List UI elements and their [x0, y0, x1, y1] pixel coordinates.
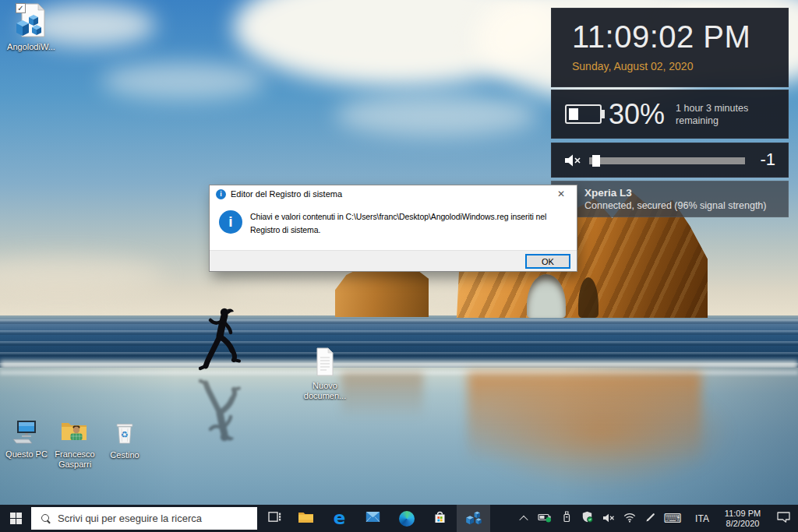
edge-legacy-icon: e — [334, 509, 346, 527]
search-icon — [41, 514, 51, 523]
speaker-muted-icon[interactable] — [564, 153, 581, 171]
volume-value: -1 — [760, 150, 775, 170]
tray-pen[interactable] — [640, 505, 661, 532]
wallpaper-cloud — [335, 93, 538, 136]
clock-date[interactable]: Sunday, August 02, 2020 — [572, 60, 788, 72]
dialog-message: Chiavi e valori contenuti in C:\Users\fr… — [250, 210, 567, 237]
edge-legacy-button[interactable]: e — [323, 505, 356, 532]
info-icon: i — [219, 210, 242, 234]
store-button[interactable] — [423, 505, 457, 532]
tray-usb[interactable] — [556, 505, 577, 532]
desktop-icon-label: Cestino — [97, 450, 153, 460]
tray-defender[interactable] — [577, 505, 598, 532]
task-view-button[interactable] — [258, 505, 291, 532]
edge-button[interactable] — [390, 505, 423, 532]
mail-icon — [365, 511, 380, 526]
dialog-body: i Chiavi e valori contenuti in C:\Users\… — [210, 203, 577, 237]
clock-flyout: 11:09:02 PM Sunday, August 02, 2020 — [551, 8, 789, 87]
task-view-icon — [268, 511, 281, 526]
wallpaper-cloud — [101, 62, 265, 100]
volume-slider-thumb[interactable] — [592, 155, 600, 167]
desktop-icon-label: Francesco Gasparri — [47, 449, 103, 470]
computer-icon — [12, 434, 41, 447]
taskbar: e — [0, 505, 798, 532]
tray-touch-keyboard[interactable]: ⌨ — [661, 505, 684, 532]
pen-icon — [645, 512, 656, 526]
tray-time: 11:09 PM — [725, 509, 761, 519]
language-label: ITA — [695, 513, 709, 524]
desktop-icon-label: Nuovo documen... — [297, 381, 353, 401]
edge-icon — [399, 511, 415, 527]
tray-clock[interactable]: 11:09 PM 8/2/2020 — [717, 505, 768, 532]
shield-check-icon — [581, 511, 593, 526]
tray-expand-button[interactable] — [514, 505, 534, 532]
registry-editor-dialog: i Editor del Registro di sistema ✕ i Chi… — [209, 185, 577, 272]
mail-button[interactable] — [356, 505, 390, 532]
tray-date: 8/2/2020 — [725, 519, 761, 529]
dialog-titlebar[interactable]: i Editor del Registro di sistema ✕ — [210, 185, 577, 203]
volume-slider-track[interactable] — [589, 157, 745, 164]
usb-device-icon — [562, 511, 571, 526]
battery-flyout: 30% 1 hour 3 minutes remaining — [551, 90, 789, 139]
desktop-icon-user-folder[interactable]: Francesco Gasparri — [47, 419, 103, 470]
user-folder-icon — [60, 434, 90, 447]
svg-text:♻: ♻ — [121, 430, 129, 440]
tray-wifi[interactable] — [619, 505, 640, 532]
desktop-icon-registry-file[interactable]: ✓ AngolodiW... — [3, 3, 59, 52]
info-icon: i — [216, 189, 226, 199]
windows-logo-icon — [10, 513, 22, 524]
recycle-bin-icon: ♻ — [111, 435, 138, 448]
tray-volume[interactable] — [598, 505, 619, 532]
network-name: Xperia L3 — [584, 187, 788, 199]
ok-button[interactable]: OK — [525, 254, 570, 269]
taskbar-search[interactable] — [31, 507, 257, 530]
network-flyout[interactable]: Xperia L3 Connected, secured (96% signal… — [551, 181, 789, 217]
clock-time: 11:09:02 PM — [572, 19, 788, 55]
desktop-icon-new-document[interactable]: Nuovo documen... — [297, 347, 353, 401]
action-center-icon — [777, 512, 790, 526]
tray-battery[interactable] — [535, 505, 556, 532]
volume-flyout: -1 — [551, 143, 789, 178]
battery-fill — [569, 108, 578, 120]
registry-editor-button[interactable] — [457, 505, 490, 532]
wifi-icon — [623, 512, 636, 526]
battery-percent: 30% — [609, 98, 665, 131]
search-input[interactable] — [58, 507, 257, 530]
close-icon[interactable]: ✕ — [550, 188, 572, 201]
desktop-screen: ✓ AngolodiW... Nuovo documen... — [0, 0, 798, 532]
wallpaper-sea — [0, 315, 798, 368]
wallpaper-rock-reflection — [341, 372, 423, 419]
battery-remaining: 1 hour 3 minutes remaining — [676, 102, 748, 127]
runner-reflection — [199, 369, 245, 444]
action-center-button[interactable] — [770, 505, 796, 532]
speaker-muted-icon — [602, 512, 615, 526]
registry-file-icon — [14, 26, 48, 40]
network-status: Connected, secured (96% signal strength) — [584, 200, 788, 211]
selection-checkbox-icon[interactable]: ✓ — [16, 3, 26, 13]
store-icon — [433, 511, 447, 527]
desktop-icon-recycle-bin[interactable]: ♻ Cestino — [97, 419, 153, 460]
start-button[interactable] — [0, 505, 31, 532]
tray-language[interactable]: ITA — [687, 505, 717, 532]
text-document-icon — [313, 365, 337, 379]
battery-tray-icon — [538, 512, 553, 526]
registry-editor-icon — [465, 509, 482, 529]
chevron-up-icon — [519, 515, 528, 523]
runner-silhouette — [199, 305, 245, 380]
file-explorer-button[interactable] — [289, 505, 323, 532]
keyboard-icon: ⌨ — [663, 511, 681, 526]
dialog-footer: OK — [210, 250, 577, 271]
battery-icon — [565, 104, 602, 124]
dialog-title: Editor del Registro di sistema — [231, 189, 342, 199]
wallpaper-rock-reflection — [468, 372, 701, 464]
file-explorer-icon — [298, 511, 314, 527]
desktop-icon-label: AngolodiW... — [3, 42, 59, 52]
